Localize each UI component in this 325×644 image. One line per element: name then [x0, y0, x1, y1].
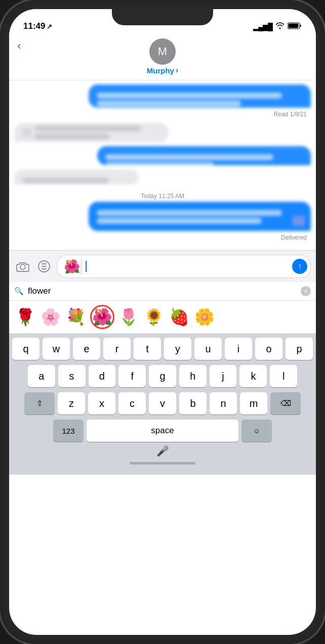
flower-emoji-preview: 🌺 — [62, 258, 82, 274]
time-display: 11:49 — [23, 21, 45, 31]
message-bubble-sent-today — [89, 202, 311, 231]
key-s[interactable]: s — [58, 365, 86, 387]
status-time: 11:49 ↗ — [23, 21, 52, 31]
home-indicator — [130, 462, 195, 465]
key-u[interactable]: u — [194, 338, 222, 360]
messages-area: Read 1/8/21 — [9, 80, 316, 250]
key-f[interactable]: f — [118, 365, 146, 387]
message-row-received-1 — [14, 123, 311, 144]
key-q[interactable]: q — [12, 338, 39, 360]
key-e[interactable]: e — [73, 338, 100, 360]
send-button[interactable]: ↑ — [292, 259, 307, 274]
keyboard-row-2: a s d f g h j k l — [11, 365, 314, 387]
wifi-icon — [275, 22, 285, 31]
read-info: Read 1/8/21 — [274, 111, 307, 118]
apps-button[interactable] — [35, 258, 53, 275]
text-cursor — [86, 261, 87, 272]
emoji-key[interactable]: ☺ — [241, 420, 272, 442]
delete-key[interactable]: ⌫ — [270, 392, 301, 415]
key-w[interactable]: w — [43, 338, 70, 360]
timestamp-text: Today 11:25 AM — [141, 193, 184, 200]
emoji-result-sunflower[interactable]: 🌻 — [143, 306, 165, 328]
signal-icon: ▂▄▆█ — [253, 23, 272, 31]
delivered-info: Delivered — [281, 234, 307, 241]
key-x[interactable]: x — [88, 392, 115, 415]
key-d[interactable]: d — [89, 365, 116, 387]
message-bubble-received-1 — [14, 123, 169, 142]
microphone-area: 🎤 — [11, 443, 314, 457]
location-icon: ↗ — [47, 23, 52, 30]
input-area: 🌺 ↑ — [9, 250, 316, 282]
svg-rect-1 — [289, 24, 299, 28]
clear-search-button[interactable]: × — [301, 286, 311, 296]
nav-header: ‹ M Murphy — [9, 34, 316, 80]
emoji-result-daisy[interactable]: 🌼 — [193, 306, 216, 328]
message-row-received-2 — [14, 169, 311, 187]
message-row-sent-1: Read 1/8/21 — [14, 84, 311, 121]
keyboard-row-1: q w e r t y u i o p — [11, 338, 314, 360]
key-t[interactable]: t — [134, 338, 161, 360]
key-h[interactable]: h — [179, 365, 207, 387]
key-n[interactable]: n — [210, 392, 237, 415]
microphone-button[interactable]: 🎤 — [156, 445, 169, 457]
key-c[interactable]: c — [118, 392, 146, 415]
key-v[interactable]: v — [149, 392, 176, 415]
key-j[interactable]: j — [210, 365, 237, 387]
emoji-results-row: 🌹 🌸 💐 🌺 🌷 🌻 🍓 🌼 — [9, 301, 316, 334]
message-row-sent-today: Delivered — [14, 202, 311, 244]
message-row-sent-2 — [14, 146, 311, 167]
emoji-search-bar: 🔍 flower × — [9, 282, 316, 301]
key-z[interactable]: z — [58, 392, 85, 415]
send-icon: ↑ — [298, 262, 302, 271]
emoji-result-blossom[interactable]: 🌸 — [39, 306, 62, 328]
contact-initial: M — [158, 45, 167, 58]
emoji-result-hibiscus[interactable]: 🌺 — [90, 305, 114, 329]
keyboard-row-3: ⇧ z x c v b n m ⌫ — [11, 392, 314, 415]
key-l[interactable]: l — [270, 365, 297, 387]
message-bubble-sent-1 — [89, 84, 311, 108]
key-b[interactable]: b — [179, 392, 207, 415]
timestamp-center: Today 11:25 AM — [14, 193, 311, 200]
message-bubble-sent-2 — [97, 146, 311, 165]
key-y[interactable]: y — [164, 338, 191, 360]
message-bubble-received-2 — [14, 169, 139, 185]
bottom-bar — [9, 459, 316, 475]
key-r[interactable]: r — [103, 338, 131, 360]
search-icon: 🔍 — [14, 287, 24, 296]
emoji-result-tulip[interactable]: 🌷 — [117, 306, 140, 328]
space-key[interactable]: space — [87, 420, 238, 442]
svg-point-2 — [20, 264, 25, 269]
camera-button[interactable] — [14, 258, 31, 275]
key-i[interactable]: i — [225, 338, 252, 360]
back-button[interactable]: ‹ — [17, 39, 21, 53]
clear-icon: × — [304, 288, 307, 295]
key-o[interactable]: o — [255, 338, 282, 360]
search-input[interactable]: flower — [28, 286, 297, 296]
contact-name-text: Murphy — [147, 66, 174, 75]
emoji-result-strawberry[interactable]: 🍓 — [168, 306, 190, 328]
key-m[interactable]: m — [240, 392, 267, 415]
phone-screen: 11:49 ↗ ▂▄▆█ — [9, 9, 316, 635]
key-p[interactable]: p — [286, 338, 313, 360]
contact-avatar[interactable]: M — [149, 38, 176, 65]
numbers-key[interactable]: 123 — [53, 420, 84, 442]
notch — [112, 9, 213, 25]
phone-frame: 11:49 ↗ ▂▄▆█ — [0, 0, 325, 644]
keyboard-row-4: 123 space ☺ — [11, 420, 314, 442]
battery-icon — [288, 22, 302, 31]
keyboard: q w e r t y u i o p a s d f g h j — [9, 334, 316, 459]
contact-name-link[interactable]: Murphy — [147, 66, 179, 75]
key-k[interactable]: k — [239, 365, 267, 387]
key-g[interactable]: g — [149, 365, 176, 387]
key-a[interactable]: a — [28, 365, 55, 387]
emoji-result-bouquet[interactable]: 💐 — [65, 306, 87, 328]
emoji-result-rose[interactable]: 🌹 — [14, 306, 36, 328]
shift-key[interactable]: ⇧ — [24, 392, 55, 415]
text-input-box[interactable]: 🌺 ↑ — [57, 255, 311, 278]
status-icons: ▂▄▆█ — [253, 22, 302, 31]
